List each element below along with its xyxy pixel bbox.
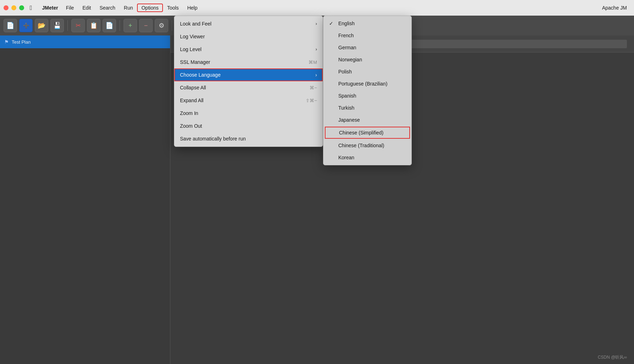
lang-german-label: German (338, 45, 356, 50)
paste-button[interactable]: 📄 (103, 19, 116, 32)
lang-japanese-item[interactable]: Japanese (323, 114, 411, 126)
choose-language-item[interactable]: Choose Language › (174, 68, 323, 81)
tree-item-label: Test Plan (12, 39, 31, 45)
add-node-button[interactable]: + (124, 19, 137, 32)
menu-run[interactable]: Run (120, 4, 137, 12)
lang-french-item[interactable]: French (323, 29, 411, 42)
menu-help[interactable]: Help (183, 4, 202, 12)
menu-options[interactable]: Options (137, 4, 163, 12)
lang-chinese-simplified-label: Chinese (Simplified) (339, 130, 383, 136)
expand-all-item[interactable]: Expand All ⇧⌘− (174, 94, 323, 107)
lang-chinese-simplified-item[interactable]: Chinese (Simplified) (325, 127, 410, 139)
settings-button[interactable]: ⚙ (155, 19, 168, 32)
zoom-out-label: Zoom Out (180, 123, 202, 129)
save-auto-label: Save automatically before run (180, 136, 246, 142)
watermark: CSDN @听风∞ (598, 354, 627, 360)
collapse-all-label: Collapse All (180, 85, 206, 90)
maximize-button[interactable] (19, 5, 24, 10)
zoom-out-item[interactable]: Zoom Out (174, 120, 323, 132)
lang-norwegian-label: Norwegian (338, 57, 362, 62)
choose-language-arrow-icon: › (315, 72, 317, 78)
apple-logo-icon:  (30, 4, 32, 12)
lang-spanish-label: Spanish (338, 93, 356, 99)
look-and-feel-label: Look and Feel (180, 21, 212, 27)
log-level-label: Log Level (180, 46, 202, 52)
lang-english-label: English (338, 21, 355, 26)
menu-edit[interactable]: Edit (78, 4, 95, 12)
tree-item-test-plan[interactable]: ⚑ Test Plan (0, 35, 170, 48)
menu-search[interactable]: Search (95, 4, 119, 12)
app-name: JMeter (39, 4, 62, 12)
add-button[interactable]: ➕ (19, 19, 33, 32)
log-viewer-item[interactable]: Log Viewer (174, 30, 323, 43)
remove-button[interactable]: − (139, 19, 153, 32)
app-title: Apache JM (602, 5, 627, 11)
lang-spanish-item[interactable]: Spanish (323, 90, 411, 102)
lang-turkish-item[interactable]: Turkish (323, 102, 411, 114)
lang-turkish-label: Turkish (338, 105, 354, 111)
toolbar-separator-3 (172, 20, 172, 31)
cut-button[interactable]: ✂ (71, 19, 85, 32)
look-and-feel-arrow-icon: › (316, 21, 317, 26)
test-plan-icon: ⚑ (4, 39, 9, 45)
expand-all-shortcut: ⇧⌘− (306, 98, 317, 103)
toolbar-separator-2 (120, 20, 120, 31)
toolbar-separator-1 (67, 20, 68, 31)
log-level-item[interactable]: Log Level › (174, 43, 323, 56)
lang-portuguese-item[interactable]: Portuguese (Brazilian) (323, 78, 411, 90)
menu-file[interactable]: File (62, 4, 78, 12)
lang-polish-item[interactable]: Polish (323, 66, 411, 78)
tree-panel: ⚑ Test Plan (0, 35, 170, 364)
lang-norwegian-item[interactable]: Norwegian (323, 54, 411, 66)
save-auto-item[interactable]: Save automatically before run (174, 132, 323, 145)
english-check-icon: ✓ (329, 21, 335, 26)
lang-korean-item[interactable]: Korean (323, 151, 411, 164)
ssl-manager-shortcut: ⌘M (308, 60, 317, 65)
options-dropdown: Look and Feel › Log Viewer Log Level › S… (174, 16, 323, 147)
ssl-manager-label: SSL Manager (180, 59, 210, 65)
look-and-feel-item[interactable]: Look and Feel › (174, 17, 323, 30)
close-button[interactable] (4, 5, 9, 10)
lang-french-label: French (338, 33, 354, 38)
lang-japanese-label: Japanese (338, 117, 360, 123)
lang-portuguese-label: Portuguese (Brazilian) (338, 81, 388, 87)
minimize-button[interactable] (11, 5, 16, 10)
lang-polish-label: Polish (338, 69, 352, 75)
menubar:  JMeter File Edit Search Run Options To… (0, 0, 634, 16)
open-button[interactable]: 📂 (35, 19, 48, 32)
log-level-arrow-icon: › (316, 47, 317, 52)
choose-language-label: Choose Language (180, 72, 220, 78)
expand-all-label: Expand All (180, 98, 203, 103)
language-submenu: ✓ English French German Norwegian Polish… (323, 16, 412, 165)
menu-tools[interactable]: Tools (163, 4, 183, 12)
zoom-in-item[interactable]: Zoom In (174, 107, 323, 120)
collapse-all-item[interactable]: Collapse All ⌘− (174, 81, 323, 94)
lang-korean-label: Korean (338, 155, 354, 160)
save-button[interactable]: 💾 (50, 19, 64, 32)
lang-german-item[interactable]: German (323, 42, 411, 54)
copy-button[interactable]: 📋 (87, 19, 100, 32)
zoom-in-label: Zoom In (180, 110, 198, 116)
collapse-all-shortcut: ⌘− (310, 85, 317, 90)
traffic-lights (4, 5, 24, 10)
log-viewer-label: Log Viewer (180, 34, 205, 39)
lang-english-item[interactable]: ✓ English (323, 17, 411, 29)
ssl-manager-item[interactable]: SSL Manager ⌘M (174, 56, 323, 68)
lang-chinese-traditional-item[interactable]: Chinese (Traditional) (323, 139, 411, 151)
new-button[interactable]: 📄 (4, 19, 17, 32)
lang-chinese-traditional-label: Chinese (Traditional) (338, 143, 384, 148)
